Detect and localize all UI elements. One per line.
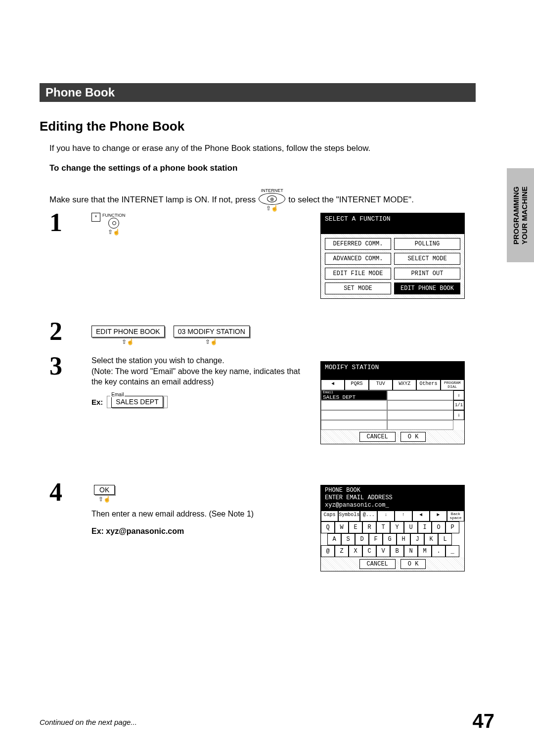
ok-button[interactable]: O K	[400, 432, 426, 442]
fn-set-mode[interactable]: SET MODE	[325, 283, 391, 294]
key-n[interactable]: N	[404, 545, 418, 557]
edit-phone-book-button[interactable]: EDIT PHONE BOOK	[91, 326, 165, 337]
list-item[interactable]	[387, 420, 453, 430]
key-v[interactable]: V	[376, 545, 390, 557]
key-p[interactable]: P	[445, 521, 459, 533]
list-item[interactable]	[321, 400, 387, 410]
key-b[interactable]: B	[390, 545, 404, 557]
side-tab-text: PROGRAMMINGYOUR MACHINE	[512, 186, 529, 244]
kb-down-icon[interactable]: ↓	[377, 511, 395, 521]
key-dot[interactable]: .	[432, 545, 445, 557]
press-icon: ⇧☝	[205, 338, 218, 345]
key-e[interactable]: E	[349, 521, 362, 533]
screen1-grid: DEFERRED COMM. POLLING ADVANCED COMM. SE…	[321, 234, 464, 298]
list-item[interactable]	[321, 410, 387, 420]
tab-program-dial[interactable]: PROGRAM DIAL	[441, 379, 464, 390]
ex-label: Ex:	[91, 398, 103, 406]
step3-example: Ex: Email SALES DEPT	[91, 396, 168, 408]
fn-polling[interactable]: POLLING	[394, 238, 460, 250]
list-item[interactable]	[321, 420, 387, 430]
ok-button[interactable]: OK	[94, 485, 115, 495]
key-z[interactable]: Z	[335, 545, 349, 557]
side-tab: PROGRAMMINGYOUR MACHINE	[507, 168, 534, 262]
example-station-box: Email SALES DEPT	[107, 396, 167, 408]
key-j[interactable]: J	[410, 533, 424, 545]
screen4-email-value: xyz@panasonic.com_	[325, 502, 460, 509]
key-k[interactable]: K	[424, 533, 438, 545]
kb-left-icon[interactable]: ◄	[412, 511, 430, 521]
key-r[interactable]: R	[362, 521, 376, 533]
fn-edit-file-mode[interactable]: EDIT FILE MODE	[325, 268, 391, 280]
cancel-button[interactable]: CANCEL	[359, 432, 396, 442]
key-c[interactable]: C	[362, 545, 376, 557]
lcd-modify-station: MODIFY STATION ◄ PQRS TUV WXYZ Others PR…	[320, 361, 465, 444]
ok-button[interactable]: O K	[400, 559, 426, 569]
kb-symbols[interactable]: Symbols	[338, 511, 360, 521]
cancel-button[interactable]: CANCEL	[359, 559, 396, 569]
fn-edit-phone-book[interactable]: EDIT PHONE BOOK	[394, 283, 460, 294]
step-number-4: 4	[49, 477, 62, 507]
key-q[interactable]: Q	[321, 521, 335, 533]
list-item[interactable]	[387, 390, 453, 400]
sub-instruction-heading: To change the settings of a phone book s…	[49, 163, 237, 173]
list-item-selected[interactable]: EmailSALES DEPT	[321, 390, 387, 400]
globe-icon	[267, 195, 277, 202]
key-d[interactable]: D	[355, 533, 369, 545]
scroll-down-icon[interactable]: ⇩	[453, 410, 464, 420]
key-t[interactable]: T	[376, 521, 390, 533]
kb-caps[interactable]: Caps	[321, 511, 338, 521]
section-title-bar: Phone Book	[40, 83, 476, 102]
list-item[interactable]	[387, 410, 453, 420]
lcd-phone-book-entry: PHONE BOOK ENTER EMAIL ADDRESS xyz@panas…	[320, 485, 465, 571]
asterisk-key: *	[91, 213, 100, 222]
step4-example: Ex: xyz@panasonic.com	[91, 527, 184, 536]
key-u[interactable]: U	[404, 521, 418, 533]
key-g[interactable]: G	[383, 533, 397, 545]
kb-right-icon[interactable]: ►	[430, 511, 447, 521]
modify-station-button[interactable]: 03 MODIFY STATION	[174, 326, 250, 337]
fn-print-out[interactable]: PRINT OUT	[394, 268, 460, 280]
scroll-up-icon[interactable]: ⇧	[453, 390, 464, 400]
kb-up-icon[interactable]: ↑	[395, 511, 412, 521]
key-y[interactable]: Y	[390, 521, 404, 533]
key-x[interactable]: X	[349, 545, 362, 557]
tab-others[interactable]: Others	[416, 379, 440, 390]
lcd-select-function: SELECT A FUNCTION DEFERRED COMM. POLLING…	[320, 213, 465, 299]
tab-pqrs[interactable]: PQRS	[345, 379, 368, 390]
key-at[interactable]: @	[321, 545, 335, 557]
key-underscore[interactable]: _	[445, 545, 459, 557]
kb-row1: Q W E R T Y U I O P	[321, 521, 464, 533]
key-f[interactable]: F	[369, 533, 383, 545]
key-h[interactable]: H	[397, 533, 410, 545]
page-indicator: 1/1	[453, 400, 464, 410]
tab-left-arrow[interactable]: ◄	[321, 379, 345, 390]
key-l[interactable]: L	[438, 533, 452, 545]
fn-deferred-comm[interactable]: DEFERRED COMM.	[325, 238, 391, 250]
tab-tuv[interactable]: TUV	[369, 379, 393, 390]
press-icon: ⇧☝	[98, 496, 111, 503]
kb-at-menu[interactable]: @...	[360, 511, 377, 521]
fn-select-mode[interactable]: SELECT MODE	[394, 253, 460, 265]
example-station-value[interactable]: SALES DEPT	[111, 396, 163, 408]
kb-backspace[interactable]: Back space	[447, 511, 464, 521]
key-s[interactable]: S	[341, 533, 355, 545]
key-o[interactable]: O	[432, 521, 445, 533]
example-legend: Email	[110, 392, 125, 397]
key-i[interactable]: I	[418, 521, 432, 533]
key-a[interactable]: A	[327, 533, 341, 545]
press-icon: ⇧☝	[266, 205, 278, 212]
step4-instruction: Then enter a new email address. (See Not…	[91, 510, 254, 519]
tab-wxyz[interactable]: WXYZ	[393, 379, 416, 390]
page-subheading: Editing the Phone Book	[40, 119, 184, 134]
internet-button-graphic: INTERNET ⇧☝	[259, 188, 285, 212]
kb-row2: A S D F G H J K L	[321, 533, 464, 545]
list-item[interactable]	[387, 400, 453, 410]
fn-advanced-comm[interactable]: ADVANCED COMM.	[325, 253, 391, 265]
key-w[interactable]: W	[335, 521, 349, 533]
intro-text: If you have to change or erase any of th…	[49, 143, 370, 153]
step-number-2: 2	[49, 317, 62, 346]
line-after-button: to select the "INTERNET MODE".	[288, 195, 414, 205]
key-m[interactable]: M	[418, 545, 432, 557]
step4-ok: OK ⇧☝	[94, 485, 115, 503]
press-icon: ⇧☝	[122, 338, 134, 345]
